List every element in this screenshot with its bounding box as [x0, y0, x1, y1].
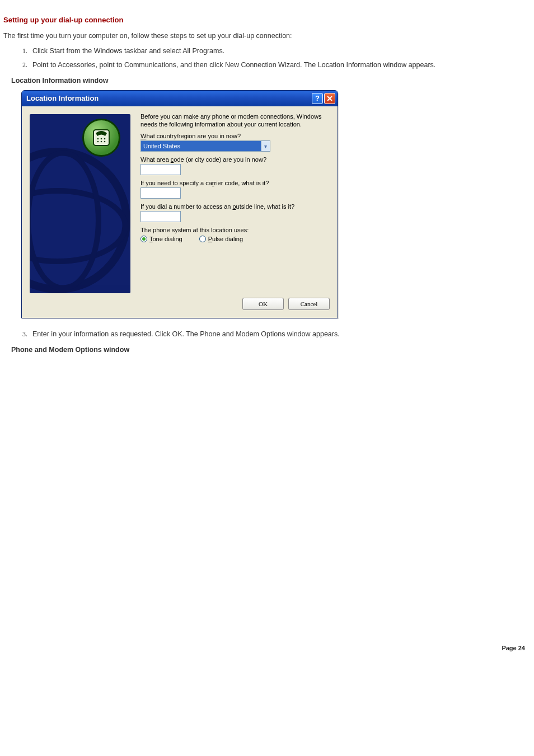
phone-system-label: The phone system at this location uses: — [140, 227, 330, 233]
svg-point-3 — [104, 138, 106, 139]
carrier-code-input[interactable] — [140, 187, 181, 199]
radio-icon — [199, 236, 206, 242]
tone-dialing-radio[interactable]: Tone dialing — [140, 236, 182, 242]
area-code-input[interactable] — [140, 164, 181, 175]
svg-point-4 — [97, 140, 99, 142]
access-key: P — [208, 236, 212, 242]
page-footer: Page 24 — [3, 645, 531, 658]
ok-button[interactable]: OK — [242, 298, 284, 310]
area-code-label: What area code (or city code) are you in… — [140, 156, 330, 163]
phone-icon — [82, 119, 120, 157]
country-value: United States — [143, 143, 180, 149]
label-text: What area — [140, 156, 171, 163]
pulse-dialing-radio[interactable]: Pulse dialing — [199, 236, 243, 242]
label-text: utside line, what is it? — [236, 203, 295, 210]
dialog-artwork — [30, 114, 130, 293]
close-icon[interactable] — [324, 93, 335, 104]
help-icon[interactable]: ? — [312, 93, 323, 104]
outside-line-label: If you dial a number to access an outsid… — [140, 203, 330, 210]
label-text: one dialing — [153, 236, 182, 242]
radio-icon — [140, 236, 147, 242]
svg-point-6 — [104, 140, 106, 142]
radio-label: Tone dialing — [149, 236, 182, 242]
steps-list-b: Enter in your information as requested. … — [3, 330, 531, 339]
steps-list-a: Click Start from the Windows taskbar and… — [3, 46, 531, 70]
step-item: Enter in your information as requested. … — [29, 330, 531, 339]
country-select[interactable]: United States ▾ — [140, 140, 270, 152]
step-item: Point to Accessories, point to Communica… — [29, 60, 531, 70]
section-title: Setting up your dial-up connection — [3, 16, 531, 24]
figure-caption-2: Phone and Modem Options window — [11, 346, 531, 354]
label-text: ode (or city code) are you in now? — [174, 156, 266, 163]
label-text: ulse dialing — [212, 236, 243, 242]
svg-point-5 — [101, 140, 102, 142]
outside-line-input[interactable] — [140, 211, 181, 222]
dialog-title: Location Information — [26, 94, 99, 102]
dialog-titlebar[interactable]: Location Information ? — [22, 91, 338, 106]
svg-point-1 — [97, 138, 99, 139]
radio-label: Pulse dialing — [208, 236, 243, 242]
cancel-button[interactable]: Cancel — [288, 298, 330, 310]
dialog-intro-text: Before you can make any phone or modem c… — [140, 113, 330, 129]
carrier-code-label: If you need to specify a carrier code, w… — [140, 180, 330, 186]
globe-icon — [30, 148, 130, 293]
label-text: If you dial a number to access an — [140, 203, 232, 210]
location-information-dialog: Location Information ? — [21, 90, 338, 318]
country-label: What country/region are you in now? — [140, 133, 330, 139]
label-text: rier code, what is it? — [214, 180, 269, 186]
access-key: W — [140, 133, 146, 139]
intro-text: The first time you turn your computer on… — [3, 32, 531, 40]
chevron-down-icon: ▾ — [261, 141, 270, 151]
figure-caption-1: Location Information window — [11, 77, 531, 84]
svg-point-2 — [101, 138, 102, 139]
label-text: If you need to specify a ca — [140, 180, 212, 186]
label-text: hat country/region are you in now? — [146, 133, 241, 139]
step-item: Click Start from the Windows taskbar and… — [29, 46, 531, 56]
help-glyph: ? — [315, 94, 320, 102]
